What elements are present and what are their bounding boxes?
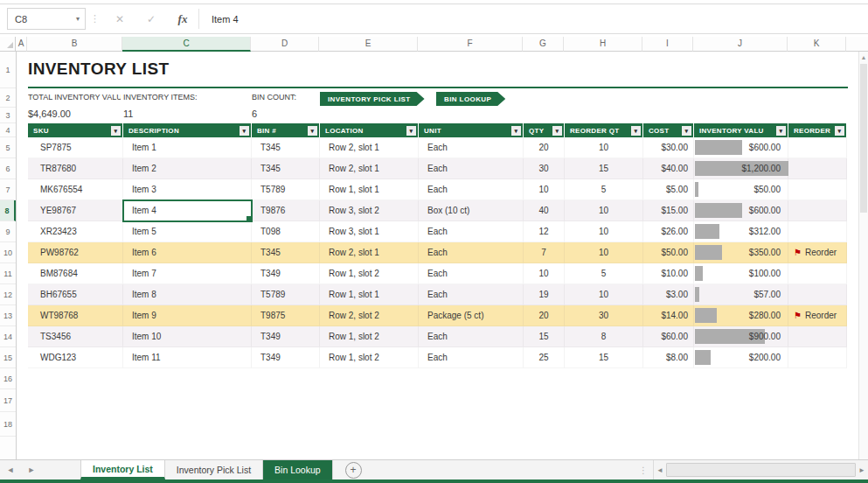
cell-loc[interactable]: Row 1, slot 2 (320, 263, 419, 284)
cell-unit[interactable]: Each (419, 263, 524, 284)
row-header-4[interactable]: 4 (0, 123, 16, 137)
cell-qty[interactable]: 40 (524, 200, 565, 221)
cell-cost[interactable]: $60.00 (643, 326, 694, 347)
row-header-5[interactable]: 5 (0, 137, 16, 158)
filter-dropdown-icon[interactable]: ▾ (682, 126, 691, 136)
cell-loc[interactable]: Row 2, slot 1 (320, 137, 419, 158)
cell-sku[interactable]: PW98762 (28, 242, 123, 263)
cell-sku[interactable]: TS3456 (28, 326, 123, 347)
cell-reorder_qty[interactable]: 5 (565, 179, 643, 200)
cell-reorder[interactable] (788, 347, 847, 368)
cell-desc[interactable]: Item 8 (123, 284, 252, 305)
selection-fill-handle[interactable] (246, 215, 252, 221)
bin-lookup-button[interactable]: BIN LOOKUP (436, 92, 505, 106)
cell-desc[interactable]: Item 9 (123, 305, 252, 326)
cell-desc[interactable]: Item 10 (123, 326, 252, 347)
sheet-tab-bin-lookup[interactable]: Bin Lookup (263, 460, 333, 480)
row-header-11[interactable]: 11 (0, 263, 16, 284)
cell-reorder[interactable] (788, 284, 847, 305)
cell-unit[interactable]: Each (419, 242, 524, 263)
cell-desc[interactable]: Item 11 (123, 347, 252, 368)
column-header-location[interactable]: LOCATION▾ (320, 123, 419, 137)
cell-value[interactable]: $50.00 (694, 179, 788, 200)
row-header-17[interactable]: 17 (0, 389, 16, 412)
cell-reorder_qty[interactable]: 30 (565, 305, 643, 326)
cell-desc[interactable]: Item 3 (123, 179, 252, 200)
filter-dropdown-icon[interactable]: ▾ (111, 126, 121, 136)
cell-loc[interactable]: Row 3, slot 1 (320, 221, 419, 242)
cell-value[interactable]: $350.00 (694, 242, 788, 263)
select-all-corner[interactable] (0, 37, 16, 52)
row-header-3[interactable]: 3 (0, 108, 16, 123)
row-header-6[interactable]: 6 (0, 158, 16, 179)
column-header-description[interactable]: DESCRIPTION▾ (123, 123, 252, 137)
vertical-scrollbar[interactable]: ▲ (858, 52, 868, 460)
cell-reorder_qty[interactable]: 10 (565, 242, 643, 263)
column-header-E[interactable]: E (319, 37, 418, 52)
inventory-items-label[interactable]: INVENTORY ITEMS: (123, 93, 198, 102)
cell-value[interactable]: $1,200.00 (694, 158, 788, 179)
cell-unit[interactable]: Package (5 ct) (419, 305, 524, 326)
column-header-D[interactable]: D (251, 37, 319, 52)
column-header-G[interactable]: G (523, 37, 564, 52)
tab-scroll-left-icon[interactable]: ◄ (0, 460, 21, 480)
column-header-inventory-valu[interactable]: INVENTORY VALU▾ (694, 123, 788, 137)
cell-unit[interactable]: Each (419, 221, 524, 242)
column-header-bin-[interactable]: BIN #▾ (252, 123, 320, 137)
cell-cost[interactable]: $14.00 (643, 305, 694, 326)
cell-bin[interactable]: T349 (252, 263, 320, 284)
new-sheet-button[interactable]: + (345, 462, 362, 479)
cell-reorder_qty[interactable]: 10 (565, 221, 643, 242)
cancel-icon[interactable]: ✕ (104, 13, 135, 25)
column-header-reorder-qt[interactable]: REORDER QT▾ (565, 123, 643, 137)
filter-dropdown-icon[interactable]: ▾ (240, 126, 249, 136)
cell-unit[interactable]: Box (10 ct) (419, 200, 524, 221)
row-header-15[interactable]: 15 (0, 347, 16, 368)
cell-desc[interactable]: Item 5 (123, 221, 252, 242)
cell-cost[interactable]: $3.00 (643, 284, 694, 305)
column-header-qty[interactable]: QTY▾ (524, 123, 565, 137)
cell-qty[interactable]: 30 (524, 158, 565, 179)
cell-reorder[interactable] (788, 200, 847, 221)
cell-qty[interactable]: 20 (524, 305, 565, 326)
cell-reorder_qty[interactable]: 10 (565, 284, 643, 305)
cell-cost[interactable]: $26.00 (643, 221, 694, 242)
column-header-sku[interactable]: SKU▾ (28, 123, 123, 137)
row-header-18[interactable]: 18 (0, 412, 16, 437)
sheet-tab-inventory-list[interactable]: Inventory List (80, 460, 165, 480)
cell-reorder_qty[interactable]: 10 (565, 137, 643, 158)
vertical-scrollbar-thumb[interactable] (860, 64, 867, 213)
name-box-dropdown-icon[interactable]: ▾ (71, 15, 85, 23)
column-header-F[interactable]: F (418, 37, 523, 52)
column-header-reorder[interactable]: REORDER▾ (788, 123, 847, 137)
cell-loc[interactable]: Row 2, slot 2 (320, 305, 419, 326)
row-header-12[interactable]: 12 (0, 284, 16, 305)
cell-qty[interactable]: 19 (524, 284, 565, 305)
cell-bin[interactable]: T345 (252, 242, 320, 263)
column-header-H[interactable]: H (564, 37, 642, 52)
cell-value[interactable]: $600.00 (694, 200, 788, 221)
cell-reorder[interactable] (788, 158, 847, 179)
cell-bin[interactable]: T345 (252, 158, 320, 179)
cell-sku[interactable]: BH67655 (28, 284, 123, 305)
horizontal-scrollbar-thumb[interactable] (666, 463, 856, 477)
filter-dropdown-icon[interactable]: ▾ (511, 126, 521, 136)
column-header-A[interactable]: A (16, 37, 27, 52)
name-box[interactable]: C8 ▾ (7, 8, 86, 30)
row-header-7[interactable]: 7 (0, 179, 16, 200)
formula-bar-splitter-icon[interactable]: ⋮ (90, 13, 100, 24)
cell-qty[interactable]: 12 (524, 221, 565, 242)
cell-qty[interactable]: 25 (524, 347, 565, 368)
cell-value[interactable]: $280.00 (694, 305, 788, 326)
cell-reorder_qty[interactable]: 15 (565, 347, 643, 368)
cell-bin[interactable]: T9875 (252, 305, 320, 326)
cell-cost[interactable]: $40.00 (643, 158, 694, 179)
cell-sku[interactable]: MK676554 (28, 179, 123, 200)
cell-sku[interactable]: TR87680 (28, 158, 123, 179)
cell-desc[interactable]: Item 2 (123, 158, 252, 179)
cell-sku[interactable]: WT98768 (28, 305, 123, 326)
cell-value[interactable]: $100.00 (694, 263, 788, 284)
cell-value[interactable]: $900.00 (694, 326, 788, 347)
cell-qty[interactable]: 10 (524, 263, 565, 284)
cell-reorder[interactable]: ⚑Reorder (788, 242, 847, 263)
